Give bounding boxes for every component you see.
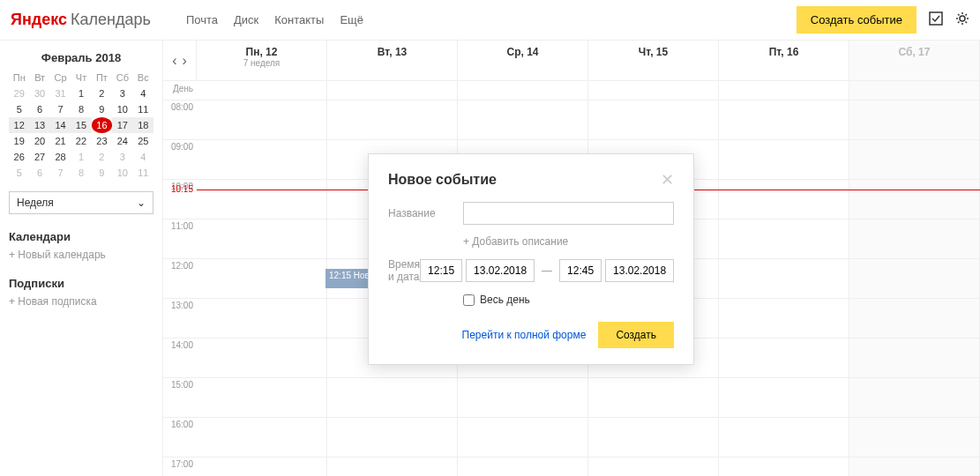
mini-day[interactable]: 23 <box>92 133 112 149</box>
hour-cell[interactable] <box>327 100 458 139</box>
hour-cell[interactable] <box>849 378 980 417</box>
add-description[interactable]: + Добавить описание <box>463 235 674 248</box>
next-week-icon[interactable]: › <box>183 53 187 69</box>
hour-cell[interactable] <box>197 418 327 457</box>
mini-day[interactable]: 8 <box>71 101 91 117</box>
mini-day[interactable]: 21 <box>50 133 71 149</box>
hour-cell[interactable] <box>719 140 849 179</box>
hour-cell[interactable] <box>458 418 588 457</box>
hour-cell[interactable] <box>327 457 458 476</box>
hour-cell[interactable] <box>197 100 327 139</box>
hour-cell[interactable] <box>849 180 980 219</box>
gear-icon[interactable] <box>955 11 969 28</box>
hour-cell[interactable] <box>719 378 849 417</box>
hour-cell[interactable] <box>197 338 327 377</box>
hour-cell[interactable] <box>197 299 327 338</box>
end-date-input[interactable] <box>605 259 674 282</box>
start-date-input[interactable] <box>466 259 535 282</box>
allday-cell[interactable] <box>327 81 458 100</box>
mini-day[interactable]: 13 <box>29 117 49 133</box>
mini-day[interactable]: 10 <box>112 165 132 181</box>
hour-cell[interactable] <box>458 378 588 417</box>
hour-cell[interactable] <box>197 378 327 417</box>
hour-cell[interactable] <box>197 259 327 298</box>
allday-cell[interactable] <box>719 81 849 100</box>
hour-cell[interactable] <box>849 418 980 457</box>
hour-cell[interactable] <box>588 100 719 139</box>
hour-cell[interactable] <box>197 219 327 258</box>
mini-day[interactable]: 16 <box>92 117 112 133</box>
hour-cell[interactable] <box>849 140 980 179</box>
mini-day[interactable]: 8 <box>71 165 91 181</box>
nav-more[interactable]: Ещё <box>340 13 363 26</box>
mini-day[interactable]: 12 <box>9 117 29 133</box>
create-event-button[interactable]: Создать событие <box>797 6 916 33</box>
day-header[interactable]: Пт, 16 <box>719 41 849 80</box>
mini-day[interactable]: 6 <box>29 101 49 117</box>
hour-cell[interactable] <box>588 418 719 457</box>
mini-day[interactable]: 22 <box>71 133 91 149</box>
mini-day[interactable]: 9 <box>92 101 112 117</box>
mini-day[interactable]: 5 <box>9 101 29 117</box>
mini-day[interactable]: 4 <box>133 149 153 165</box>
mini-day[interactable]: 3 <box>112 86 132 101</box>
mini-day[interactable]: 14 <box>50 117 71 133</box>
hour-cell[interactable] <box>849 100 980 139</box>
day-header[interactable]: Пн, 127 неделя <box>197 41 327 80</box>
hour-cell[interactable] <box>588 378 719 417</box>
mini-day[interactable]: 31 <box>50 86 71 101</box>
mini-day[interactable]: 4 <box>133 86 153 101</box>
mini-day[interactable]: 10 <box>112 101 132 117</box>
hour-cell[interactable] <box>197 457 327 476</box>
hour-cell[interactable] <box>719 180 849 219</box>
hour-cell[interactable] <box>719 299 849 338</box>
day-header[interactable]: Сб, 17 <box>849 41 980 80</box>
hour-cell[interactable] <box>849 219 980 258</box>
hour-cell[interactable] <box>719 418 849 457</box>
mini-day[interactable]: 24 <box>112 133 132 149</box>
mini-day[interactable]: 9 <box>92 165 112 181</box>
nav-mail[interactable]: Почта <box>186 13 218 26</box>
mini-day[interactable]: 30 <box>29 86 49 101</box>
logo[interactable]: Яндекс Календарь <box>11 11 151 29</box>
nav-disk[interactable]: Диск <box>234 13 258 26</box>
hour-cell[interactable] <box>849 338 980 377</box>
day-header[interactable]: Ср, 14 <box>458 41 588 80</box>
mini-day[interactable]: 29 <box>9 86 29 101</box>
event-title-input[interactable] <box>463 202 674 225</box>
mini-day[interactable]: 28 <box>50 149 71 165</box>
end-time-input[interactable] <box>559 259 602 282</box>
mini-day[interactable]: 17 <box>112 117 132 133</box>
hour-cell[interactable] <box>719 457 849 476</box>
mini-day[interactable]: 11 <box>133 101 153 117</box>
hour-cell[interactable] <box>719 259 849 298</box>
mini-day[interactable]: 25 <box>133 133 153 149</box>
hour-cell[interactable] <box>849 457 980 476</box>
allday-checkbox[interactable] <box>463 294 475 306</box>
hour-cell[interactable] <box>719 219 849 258</box>
hour-cell[interactable] <box>719 338 849 377</box>
mini-day[interactable]: 18 <box>133 117 153 133</box>
mini-day[interactable]: 5 <box>9 165 29 181</box>
hour-cell[interactable] <box>327 418 458 457</box>
allday-cell[interactable] <box>197 81 327 100</box>
allday-cell[interactable] <box>458 81 588 100</box>
mini-day[interactable]: 1 <box>71 149 91 165</box>
hour-cell[interactable] <box>197 140 327 179</box>
mini-day[interactable]: 2 <box>92 149 112 165</box>
view-select[interactable]: Неделя ⌄ <box>9 191 153 214</box>
mini-day[interactable]: 7 <box>50 101 71 117</box>
mini-day[interactable]: 27 <box>29 149 49 165</box>
allday-cell[interactable] <box>588 81 719 100</box>
mini-day[interactable]: 26 <box>9 149 29 165</box>
full-form-link[interactable]: Перейти к полной форме <box>462 329 587 341</box>
mini-day[interactable]: 2 <box>92 86 112 101</box>
day-header[interactable]: Вт, 13 <box>327 41 458 80</box>
mini-day[interactable]: 1 <box>71 86 91 101</box>
hour-cell[interactable] <box>458 457 588 476</box>
hour-cell[interactable] <box>588 457 719 476</box>
hour-cell[interactable] <box>849 299 980 338</box>
mini-day[interactable]: 3 <box>112 149 132 165</box>
modal-create-button[interactable]: Создать <box>598 322 674 348</box>
nav-contacts[interactable]: Контакты <box>274 13 324 26</box>
